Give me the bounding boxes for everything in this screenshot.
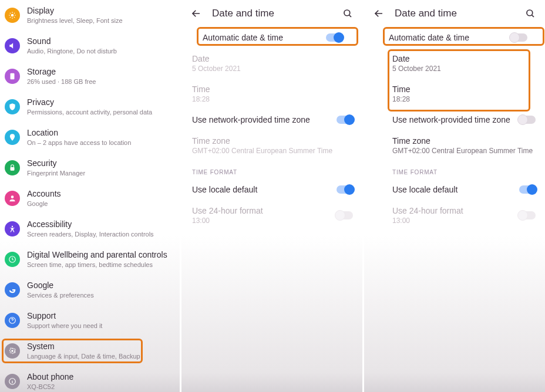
locale-default-row[interactable]: Use locale default: [364, 179, 545, 200]
settings-item-display[interactable]: DisplayBrightness level, Sleep, Font siz…: [0, 0, 180, 31]
svg-rect-1: [11, 73, 15, 80]
settings-item-location[interactable]: LocationOn – 2 apps have access to locat…: [0, 122, 180, 153]
search-icon[interactable]: [340, 6, 355, 21]
settings-item-system[interactable]: SystemLanguage & input, Date & time, Bac…: [0, 336, 180, 366]
time-format-section: TIME FORMAT: [364, 161, 545, 179]
locale-default-toggle[interactable]: [519, 185, 536, 194]
24h-row: Use 24-hour format 13:00: [181, 200, 362, 231]
settings-subtitle: XQ-BC52: [27, 383, 175, 391]
time-format-section: TIME FORMAT: [181, 161, 362, 179]
settings-subtitle: Brightness level, Sleep, Font size: [27, 17, 175, 25]
settings-icon: [5, 130, 20, 145]
settings-icon: [5, 374, 20, 389]
settings-icon: [5, 38, 20, 53]
settings-subtitle: Fingerprint Manager: [27, 170, 175, 177]
date-label: Date: [192, 54, 352, 63]
locale-default-toggle[interactable]: [337, 185, 353, 194]
svg-point-0: [11, 14, 14, 17]
settings-item-privacy[interactable]: PrivacyPermissions, account activity, pe…: [0, 92, 180, 122]
24h-row: Use 24-hour format 13:00: [364, 200, 545, 231]
date-time-pane-auto-on: Date and time Automatic date & time Date…: [180, 0, 362, 392]
svg-point-3: [11, 195, 14, 198]
settings-item-accessibility[interactable]: AccessibilityScreen readers, Display, In…: [0, 214, 180, 244]
locale-default-label: Use locale default: [392, 185, 534, 194]
date-label: Date: [392, 54, 534, 63]
settings-title: Accounts: [27, 189, 175, 199]
24h-label: Use 24-hour format: [392, 206, 534, 215]
settings-subtitle: Support where you need it: [27, 322, 175, 330]
settings-subtitle: Language & input, Date & time, Backup: [27, 353, 175, 360]
24h-value: 13:00: [392, 217, 534, 225]
back-icon[interactable]: [371, 6, 386, 21]
settings-subtitle: Screen time, app timers, bedtime schedul…: [27, 261, 175, 269]
settings-title: Display: [27, 6, 175, 16]
settings-item-security[interactable]: SecurityFingerprint Manager: [0, 153, 180, 183]
page-title: Date and time: [395, 8, 457, 19]
settings-title: Support: [27, 311, 175, 321]
automatic-toggle[interactable]: [326, 33, 342, 42]
settings-icon: [5, 343, 20, 359]
back-icon[interactable]: [189, 6, 204, 21]
automatic-date-time-row[interactable]: Automatic date & time: [181, 27, 362, 48]
header: Date and time: [181, 0, 362, 27]
settings-title: System: [27, 342, 175, 352]
date-value: 5 October 2021: [392, 65, 534, 73]
settings-title: Digital Wellbeing and parental controls: [27, 250, 175, 260]
settings-icon: [5, 313, 20, 328]
settings-subtitle: Audio, Ringtone, Do not disturb: [27, 48, 175, 55]
settings-icon: [5, 191, 20, 206]
24h-label: Use 24-hour format: [192, 206, 352, 215]
timezone-value: GMT+02:00 Central European Summer Time: [392, 147, 534, 155]
time-row: Time 18:28: [181, 79, 362, 109]
time-label: Time: [392, 85, 534, 94]
search-icon[interactable]: [523, 6, 538, 21]
settings-title: Location: [27, 128, 175, 138]
network-timezone-toggle[interactable]: [519, 116, 536, 124]
page-title: Date and time: [212, 8, 274, 19]
settings-item-digital-wellbeing-and-parental-controls[interactable]: Digital Wellbeing and parental controlsS…: [0, 244, 180, 275]
settings-item-about-phone[interactable]: About phoneXQ-BC52: [0, 366, 180, 392]
settings-icon: [5, 252, 20, 267]
settings-subtitle: On – 2 apps have access to location: [27, 139, 175, 147]
settings-pane: DisplayBrightness level, Sleep, Font siz…: [0, 0, 180, 392]
network-timezone-row[interactable]: Use network-provided time zone: [364, 109, 545, 130]
time-value: 18:28: [192, 95, 352, 103]
timezone-label: Time zone: [192, 136, 352, 146]
settings-item-storage[interactable]: Storage26% used · 188 GB free: [0, 61, 180, 92]
time-label: Time: [192, 85, 352, 94]
timezone-row[interactable]: Time zone GMT+02:00 Central European Sum…: [364, 130, 545, 161]
automatic-date-time-row[interactable]: Automatic date & time: [364, 27, 545, 48]
locale-default-row[interactable]: Use locale default: [181, 179, 362, 200]
time-row[interactable]: Time 18:28: [364, 79, 545, 109]
settings-icon: [5, 282, 20, 298]
date-row: Date 5 October 2021: [181, 48, 362, 79]
date-row[interactable]: Date 5 October 2021: [364, 48, 545, 79]
network-timezone-row[interactable]: Use network-provided time zone: [181, 109, 362, 130]
settings-subtitle: Screen readers, Display, Interaction con…: [27, 231, 175, 238]
network-timezone-label: Use network-provided time zone: [392, 115, 534, 124]
svg-point-4: [12, 226, 13, 227]
settings-title: Accessibility: [27, 219, 175, 229]
network-timezone-label: Use network-provided time zone: [192, 115, 352, 124]
settings-icon: [5, 160, 20, 175]
settings-item-sound[interactable]: SoundAudio, Ringtone, Do not disturb: [0, 31, 180, 61]
network-timezone-toggle[interactable]: [337, 116, 353, 124]
locale-default-label: Use locale default: [192, 185, 352, 194]
24h-value: 13:00: [192, 217, 352, 225]
svg-rect-2: [11, 167, 15, 171]
settings-item-google[interactable]: GoogleServices & preferences: [0, 275, 180, 305]
settings-title: Security: [27, 158, 175, 168]
settings-title: Privacy: [27, 97, 175, 107]
time-value: 18:28: [392, 95, 534, 103]
settings-title: Sound: [27, 36, 175, 46]
svg-point-7: [11, 350, 14, 352]
settings-title: Google: [27, 281, 175, 290]
timezone-row: Time zone GMT+02:00 Central European Sum…: [181, 130, 362, 161]
settings-subtitle: Permissions, account activity, personal …: [27, 109, 175, 116]
date-time-pane-auto-off: Date and time Automatic date & time Date…: [362, 0, 545, 392]
date-value: 5 October 2021: [192, 65, 352, 73]
automatic-toggle[interactable]: [511, 33, 527, 42]
settings-item-accounts[interactable]: AccountsGoogle: [0, 183, 180, 214]
timezone-label: Time zone: [392, 136, 534, 146]
settings-item-support[interactable]: SupportSupport where you need it: [0, 305, 180, 336]
